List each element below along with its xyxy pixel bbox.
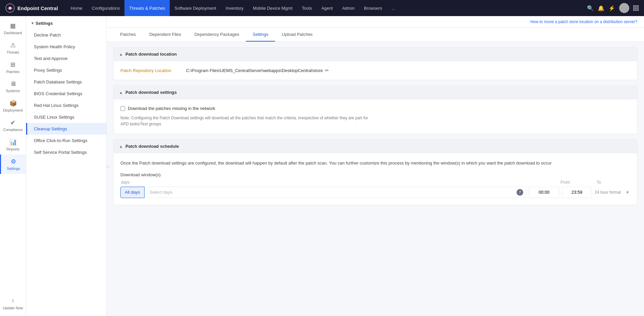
nav-tools[interactable]: Tools (297, 0, 317, 16)
sidebar-label-threats: Threats (7, 50, 19, 54)
days-count-value: 7 (519, 190, 521, 194)
notification-bell-icon[interactable]: 🔔 (598, 5, 604, 11)
tabs-bar: Patches Dependent Files Dependency Packa… (107, 28, 644, 42)
compliance-icon: ✔ (10, 119, 15, 126)
nav-threats-patches[interactable]: Threats & Patches (124, 0, 170, 16)
update-icon: ↑ (11, 298, 14, 305)
help-link[interactable]: How to move a patch store location on a … (107, 16, 644, 28)
settings-panel-header[interactable]: ▾ Settings (26, 16, 106, 29)
patch-download-settings-body: Download the patches missing in the netw… (114, 99, 637, 134)
nav-configurations[interactable]: Configurations (87, 0, 125, 16)
patch-download-schedule-title: Patch download schedule (125, 144, 179, 149)
chevron-down-icon: ▾ (32, 21, 34, 25)
settings-gear-icon: ⚙ (11, 158, 16, 165)
sidebar-item-dashboard[interactable]: ▦ Dashboard (0, 19, 26, 38)
nav-admin[interactable]: Admin (337, 0, 359, 16)
menu-suse-linux-settings[interactable]: SUSE Linux Settings (26, 111, 106, 123)
select-days-area[interactable]: Select days 7 (147, 187, 526, 198)
edit-repo-path-icon[interactable]: ✏ (325, 68, 329, 73)
tab-dependent-files[interactable]: Dependent Files (143, 28, 188, 42)
sidebar-item-threats[interactable]: ⚠ Threats (0, 38, 26, 58)
col-header-to: To (597, 180, 630, 185)
brand[interactable]: Endpoint Central (5, 3, 58, 13)
patches-icon: ⊞ (10, 61, 15, 68)
settings-submenu: ▾ Settings Decline Patch System Health P… (26, 16, 107, 316)
repo-path-value: C:\Program Files\UEMS_CentralServer\weba… (186, 68, 323, 73)
tab-upload-patches[interactable]: Upload Patches (275, 28, 319, 42)
menu-cleanup-settings[interactable]: Cleanup Settings (26, 123, 106, 135)
schedule-col-headers: days From To (120, 180, 630, 185)
all-days-button[interactable]: All days (120, 187, 145, 198)
add-schedule-row-icon[interactable]: ＋ (625, 189, 630, 196)
repo-path: C:\Program Files\UEMS_CentralServer\weba… (186, 68, 329, 73)
sidebar-label-dashboard: Dashboard (4, 31, 22, 35)
collapse-icon-2: ▲ (119, 90, 123, 94)
col-header-from: From (560, 180, 594, 185)
nav-mobile-device[interactable]: Mobile Device Mgmt (248, 0, 297, 16)
menu-patch-database-settings[interactable]: Patch Database Settings (26, 76, 106, 88)
tab-patches[interactable]: Patches (113, 28, 143, 42)
apps-grid-icon[interactable] (633, 5, 639, 11)
nav-browsers[interactable]: Browsers (359, 0, 387, 16)
menu-proxy-settings[interactable]: Proxy Settings (26, 64, 106, 76)
patch-download-settings-card: ▲ Patch download settings Download the p… (113, 85, 637, 134)
nav-items: Home Configurations Threats & Patches So… (66, 0, 587, 16)
search-icon[interactable]: 🔍 (587, 5, 594, 11)
menu-self-service-portal[interactable]: Self Service Portal Settings (26, 146, 106, 158)
to-time-input[interactable] (562, 187, 592, 198)
menu-bios-credential-settings[interactable]: BIOS Credential Settings (26, 88, 106, 100)
sidebar-item-settings[interactable]: ⚙ Settings (0, 154, 26, 174)
menu-red-hat-linux-settings[interactable]: Red Hat Linux Settings (26, 100, 106, 111)
threats-icon: ⚠ (10, 42, 16, 49)
nav-software-deployment[interactable]: Software Deployment (170, 0, 221, 16)
sidebar-label-update-now: Update Now (3, 306, 23, 310)
patch-download-location-header[interactable]: ▲ Patch download location (114, 48, 637, 61)
sidebar-label-reports: Reports (6, 147, 19, 151)
sidebar-item-update-now[interactable]: ↑ Update Now (0, 294, 26, 313)
patch-download-schedule-card: ▲ Patch download schedule Once the Patch… (113, 139, 637, 205)
sidebar-item-patches[interactable]: ⊞ Patches (0, 58, 26, 77)
patch-download-location-card: ▲ Patch download location Patch Reposito… (113, 47, 637, 80)
sidebar-item-compliance[interactable]: ✔ Compliance (0, 116, 26, 135)
patch-download-settings-title: Patch download settings (125, 90, 177, 95)
col-header-days: days (121, 180, 558, 185)
nav-more[interactable]: ... (387, 0, 400, 16)
sidebar-label-settings: Settings (7, 167, 20, 171)
brand-name: Endpoint Central (17, 5, 58, 11)
patch-download-schedule-header[interactable]: ▲ Patch download schedule (114, 140, 637, 153)
nav-inventory[interactable]: Inventory (221, 0, 248, 16)
nav-home[interactable]: Home (66, 0, 87, 16)
menu-system-health-policy[interactable]: System Health Policy (26, 41, 106, 53)
topnav: Endpoint Central Home Configurations Thr… (0, 0, 644, 16)
nav-agent[interactable]: Agent (317, 0, 337, 16)
from-time-input[interactable] (529, 187, 559, 198)
sidebar: ▦ Dashboard ⚠ Threats ⊞ Patches 🖥 System… (0, 16, 26, 316)
main-content: How to move a patch store location on a … (107, 16, 644, 316)
patch-download-location-title: Patch download location (125, 52, 177, 57)
systems-icon: 🖥 (10, 80, 16, 87)
download-missing-patches-checkbox[interactable] (120, 106, 125, 111)
sidebar-label-deployment: Deployment (3, 108, 23, 112)
patch-download-settings-header[interactable]: ▲ Patch download settings (114, 86, 637, 99)
tab-settings[interactable]: Settings (246, 28, 275, 42)
schedule-row: All days Select days 7 24 hour format ＋ (120, 187, 630, 198)
menu-test-and-approve[interactable]: Test and Approve (26, 53, 106, 64)
repo-label: Patch Repository Location (120, 68, 181, 73)
lightning-icon[interactable]: ⚡ (608, 5, 615, 11)
deployment-icon: 📦 (9, 100, 17, 107)
content-area: ▲ Patch download location Patch Reposito… (107, 42, 644, 316)
sidebar-item-deployment[interactable]: 📦 Deployment (0, 96, 26, 116)
user-avatar[interactable] (619, 3, 629, 13)
repo-row: Patch Repository Location C:\Program Fil… (120, 68, 630, 73)
sidebar-item-reports[interactable]: 📊 Reports (0, 135, 26, 154)
dashboard-icon: ▦ (10, 22, 16, 29)
schedule-description: Once the Patch download settings are con… (120, 160, 630, 167)
download-settings-note: Note: Configuring the Patch Download set… (120, 115, 375, 127)
menu-office-click-to-run[interactable]: Office Click-to-Run Settings (26, 135, 106, 146)
settings-panel-title: Settings (36, 21, 53, 26)
sidebar-item-systems[interactable]: 🖥 Systems (0, 77, 26, 96)
menu-decline-patch[interactable]: Decline Patch (26, 29, 106, 41)
brand-logo-icon (5, 3, 15, 13)
tab-dependency-packages[interactable]: Dependency Packages (188, 28, 246, 42)
time-format-label: 24 hour format (595, 190, 621, 195)
